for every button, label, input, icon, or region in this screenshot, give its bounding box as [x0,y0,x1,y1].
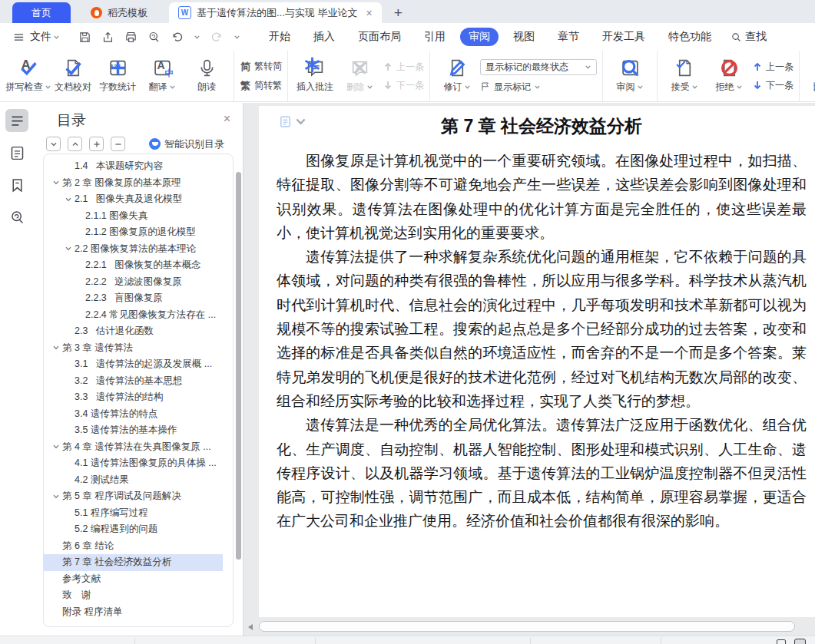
writer-doc-icon: W [178,6,191,19]
menu-tab-页面布局[interactable]: 页面布局 [350,28,409,46]
statusbar-view-icon[interactable] [758,639,769,644]
toc-item[interactable]: 参考文献 [44,571,223,588]
menu-tab-插入[interactable]: 插入 [305,28,343,46]
print-preview-icon[interactable] [147,31,161,44]
doc-body[interactable]: 图像复原是计算机视觉中的一个重要研究领域。在图像处理过程中，如扫描、特征提取、图… [277,149,807,533]
toc-item[interactable]: 2.1.1 图像失真 [44,208,223,225]
toc-panel-toggle[interactable] [5,109,28,132]
scroll-left-arrow-icon[interactable] [248,624,253,630]
toc-item[interactable]: 5.2 编程遇到的问题 [44,521,223,538]
qat-more-chevron-icon[interactable] [234,34,240,41]
toc-chevron-icon[interactable] [51,179,61,187]
menu-tab-章节[interactable]: 章节 [549,28,588,46]
toc-item[interactable]: 第 3 章 遗传算法 [44,340,223,357]
toc-item[interactable]: 3.5 遗传算法的基本操作 [44,422,223,439]
collapse-all-button[interactable] [68,137,82,151]
menu-tab-开发工具[interactable]: 开发工具 [594,28,654,46]
markup-state-select[interactable]: 显示标记的最终状态 [480,59,597,75]
tab-home[interactable]: 首页 [12,2,71,23]
toc-chevron-icon[interactable] [51,443,61,451]
toc-item[interactable]: 附录 程序清单 [44,604,223,621]
find-button[interactable]: 查找 [731,30,767,44]
paragraph[interactable]: 图像复原是计算机视觉中的一个重要研究领域。在图像处理过程中，如扫描、特征提取、图… [277,149,807,245]
toc-item[interactable]: 致 谢 [44,587,223,604]
menu-tab-视图[interactable]: 视图 [505,28,543,46]
bookmarks-panel-toggle[interactable] [5,173,28,197]
read-aloud-button[interactable]: 朗读 [185,58,228,94]
toc-item[interactable]: 2.2.4 常见图像恢复方法存在 ... [44,307,223,324]
toc-item[interactable]: 第 4 章 遗传算法在失真图像复原 ... [44,439,223,456]
toc-item[interactable]: 2.2.1 图像恢复的基本概念 [44,257,223,274]
statusbar-layout-icon[interactable] [777,639,786,644]
word-count-button[interactable]: 123 字数统计 [96,58,139,94]
document-page[interactable]: 第 7 章 社会经济效益分析 图像复原是计算机视觉中的一个重要研究领域。在图像处… [259,106,815,617]
export-icon[interactable] [101,31,114,44]
horizontal-scrollbar-thumb[interactable] [259,621,795,632]
toc-item[interactable]: 3.4 遗传算法的特点 [44,406,223,423]
track-changes-button[interactable]: 修订 [436,58,479,94]
paragraph[interactable]: 遗传算法提供了一种求解复杂系统优化问题的通用框架，它不依赖于问题的具体领域，对问… [277,245,807,413]
toc-item[interactable]: 2.3 估计退化函数 [44,323,223,340]
compare-button[interactable]: 比较 [805,58,815,94]
toc-scrollbar-thumb[interactable] [236,172,241,560]
expand-all-button[interactable] [46,137,61,151]
toc-chevron-icon[interactable] [64,245,73,253]
tab-close-icon[interactable]: × [366,7,372,19]
toc-item[interactable]: 5.1 程序编写过程 [44,505,223,522]
toc-chevron-icon[interactable] [51,493,61,500]
collapse-level-button[interactable] [111,137,125,151]
tab-template[interactable]: 稻壳模板 [81,2,157,23]
smart-toc-button[interactable]: 智能识别目录 [149,137,224,151]
doc-proof-button[interactable]: 文档校对 [51,58,94,94]
save-icon[interactable] [78,31,91,44]
file-chevron-down-icon[interactable] [53,34,60,41]
menu-tab-引用[interactable]: 引用 [416,28,454,46]
menu-tab-审阅[interactable]: 审阅 [460,28,499,46]
menu-tab-特色功能[interactable]: 特色功能 [660,28,720,46]
toc-item[interactable]: 3.2 遗传算法的基本思想 [44,373,223,390]
undo-chevron-down-icon[interactable] [194,34,200,41]
toc-item[interactable]: 第 2 章 图像复原的基本原理 [44,175,223,192]
print-icon[interactable] [124,31,137,44]
toc-item[interactable]: 第 6 章 结论 [44,538,223,555]
paragraph[interactable]: 遗传算法是一种优秀的全局优化算法。遗传算法广泛应用于函数优化、组合优化、生产调度… [277,413,807,533]
toc-close-icon[interactable]: × [224,112,230,126]
undo-icon[interactable] [171,31,184,44]
comments-panel-toggle[interactable] [5,141,28,164]
menu-tab-开始[interactable]: 开始 [260,28,299,46]
toc-item[interactable]: 3.3 遗传算法的结构 [44,389,223,406]
expand-level-button[interactable] [89,137,104,151]
show-markup-button[interactable]: 显示标记 [480,81,597,94]
next-change-button[interactable]: 下一条 [752,79,793,92]
page-settings-button[interactable] [279,115,307,128]
toc-item[interactable]: 4.2 测试结果 [44,472,223,489]
statusbar-mode-icon[interactable] [794,639,806,644]
accept-button[interactable]: 接受 [663,58,706,94]
review-button[interactable]: 审阅 [608,58,651,94]
toc-item[interactable]: 2.2.3 盲图像复原 [44,290,223,307]
toc-item[interactable]: 2.1.2 图像复原的退化模型 [44,224,223,241]
find-replace-toggle[interactable] [5,206,28,229]
toc-item[interactable]: 2.2 图像恢复算法的基本理论 [44,241,223,258]
translate-button[interactable]: A中 翻译 [141,58,184,94]
toc-chevron-icon[interactable] [64,196,73,203]
tab-document[interactable]: W 基于遗传算法的图...与实现 毕业论文 × [169,2,382,23]
file-menu[interactable]: 文件 [30,30,51,44]
prev-change-button[interactable]: 上一条 [752,61,793,74]
toc-item[interactable]: 2.1 图像失真及退化模型 [44,191,223,208]
toc-chevron-icon[interactable] [51,344,61,352]
toc-item[interactable]: 4.1 遗传算法图像复原的具体操 ... [44,455,223,472]
trad-to-simp-button[interactable]: 简 繁转简 [240,60,282,74]
toc-item[interactable]: 第 7 章 社会经济效益分析 [44,554,223,571]
hamburger-icon[interactable] [12,31,25,44]
simp-to-trad-button[interactable]: 繁 简转繁 [240,79,282,93]
insert-comment-button[interactable]: 插入批注 [293,58,336,94]
toc-item[interactable]: 2.2.2 逆滤波图像复原 [44,274,223,291]
new-tab-button[interactable]: + [394,2,403,23]
reject-button[interactable]: 拒绝 [707,58,750,94]
toc-item[interactable]: 1.4 本课题研究内容 [44,158,223,175]
toc-item[interactable]: 第 5 章 程序调试及问题解决 [44,488,223,505]
toc-item[interactable]: 3.1 遗传算法的起源及发展概 ... [44,356,223,373]
spell-check-button[interactable]: A 拼写检查 [7,58,50,94]
chapter-title[interactable]: 第 7 章 社会经济效益分析 [277,112,807,140]
